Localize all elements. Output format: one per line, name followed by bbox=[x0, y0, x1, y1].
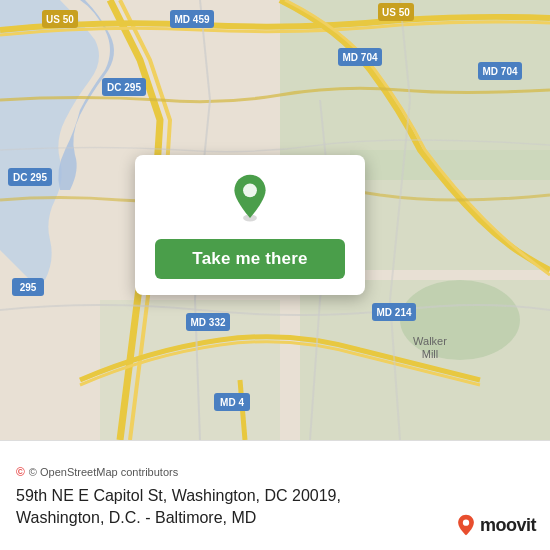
moovit-text: moovit bbox=[480, 515, 536, 536]
copyright-row: © © OpenStreetMap contributors bbox=[16, 465, 534, 479]
svg-text:Mill: Mill bbox=[422, 348, 439, 360]
svg-text:MD 214: MD 214 bbox=[376, 307, 411, 318]
svg-point-32 bbox=[463, 520, 469, 526]
info-bar: © © OpenStreetMap contributors 59th NE E… bbox=[0, 440, 550, 550]
svg-text:MD 459: MD 459 bbox=[174, 14, 209, 25]
svg-text:295: 295 bbox=[20, 282, 37, 293]
location-pin-icon bbox=[224, 173, 276, 225]
svg-text:US 50: US 50 bbox=[382, 7, 410, 18]
take-me-there-button[interactable]: Take me there bbox=[155, 239, 345, 279]
osm-logo: © bbox=[16, 465, 25, 479]
map-container: Walker Mill US 50 US 50 MD 459 MD 704 MD… bbox=[0, 0, 550, 440]
address-line1: 59th NE E Capitol St, Washington, DC 200… bbox=[16, 487, 534, 505]
moovit-pin-icon bbox=[455, 514, 477, 536]
svg-text:MD 4: MD 4 bbox=[220, 397, 244, 408]
take-me-there-card: Take me there bbox=[135, 155, 365, 295]
copyright-text: © OpenStreetMap contributors bbox=[29, 466, 178, 478]
svg-text:Walker: Walker bbox=[413, 335, 447, 347]
svg-point-5 bbox=[400, 280, 520, 360]
svg-text:MD 704: MD 704 bbox=[342, 52, 377, 63]
svg-text:MD 704: MD 704 bbox=[482, 66, 517, 77]
moovit-logo: moovit bbox=[455, 514, 536, 536]
svg-text:DC 295: DC 295 bbox=[13, 172, 47, 183]
svg-text:US 50: US 50 bbox=[46, 14, 74, 25]
svg-point-31 bbox=[243, 183, 257, 197]
svg-text:DC 295: DC 295 bbox=[107, 82, 141, 93]
svg-text:MD 332: MD 332 bbox=[190, 317, 225, 328]
